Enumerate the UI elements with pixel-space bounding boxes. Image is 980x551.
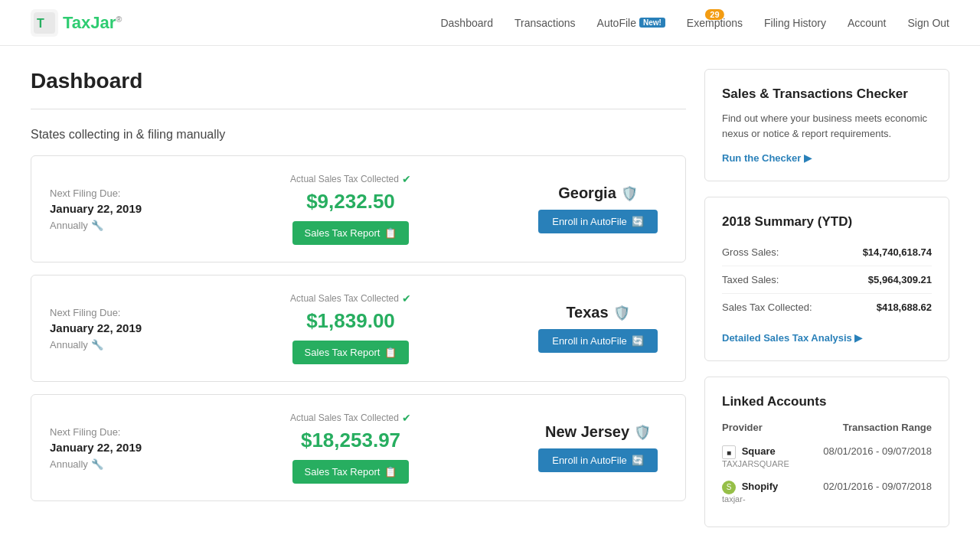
- state-name-texas: Texas 🛡️: [529, 304, 667, 321]
- provider-range-shopify: 02/01/2016 - 09/07/2018: [802, 474, 932, 510]
- card-state-texas: Texas 🛡️ Enroll in AutoFile 🔄: [529, 304, 667, 353]
- card-frequency-new-jersey: Annually 🔧: [50, 458, 172, 470]
- nav-autofile[interactable]: AutoFile: [597, 17, 636, 29]
- card-tax-georgia: Actual Sales Tax Collected ✔ $9,232.50 S…: [188, 173, 514, 245]
- autofile-btn-new-jersey[interactable]: Enroll in AutoFile 🔄: [538, 448, 658, 472]
- nav-exemptions-wrap: Exemptions 29: [687, 17, 743, 29]
- summary-card: 2018 Summary (YTD) Gross Sales: $14,740,…: [704, 197, 949, 361]
- main-content: Dashboard States collecting in & filing …: [0, 46, 980, 551]
- state-name-georgia: Georgia 🛡️: [529, 184, 667, 202]
- nav-filing-history[interactable]: Filing History: [764, 17, 826, 29]
- autofile-icon-new-jersey: 🔄: [632, 455, 644, 466]
- summary-label-2: Sales Tax Collected:: [722, 302, 812, 313]
- nav-links: Dashboard Transactions AutoFile New! Exe…: [440, 17, 949, 29]
- wrench-icon-georgia[interactable]: 🔧: [91, 220, 103, 231]
- summary-row-1: Taxed Sales: $5,964,309.21: [722, 266, 932, 294]
- divider: [31, 109, 686, 109]
- provider-name-square: Square: [742, 445, 776, 457]
- provider-cell-shopify: S Shopify taxjar-: [722, 474, 802, 510]
- square-icon: ■: [722, 445, 736, 459]
- report-btn-texas[interactable]: Sales Tax Report 📋: [292, 341, 410, 364]
- shopify-icon: S: [722, 481, 736, 494]
- nav-dashboard[interactable]: Dashboard: [440, 17, 493, 29]
- tax-label-texas: Actual Sales Tax Collected ✔: [188, 292, 514, 305]
- detailed-analysis-link[interactable]: Detailed Sales Tax Analysis ▶: [722, 332, 862, 344]
- navigation: T TaxJar® Dashboard Transactions AutoFil…: [0, 0, 980, 46]
- provider-range-square: 08/01/2016 - 09/07/2018: [802, 439, 932, 474]
- logo-text: TaxJar®: [63, 13, 122, 33]
- checker-title: Sales & Transactions Checker: [722, 86, 932, 102]
- card-tax-new-jersey: Actual Sales Tax Collected ✔ $18,253.97 …: [188, 412, 514, 484]
- checker-card: Sales & Transactions Checker Find out wh…: [704, 69, 949, 181]
- state-cards: Next Filing Due: January 22, 2019 Annual…: [31, 155, 686, 501]
- card-filing-georgia: Next Filing Due: January 22, 2019 Annual…: [50, 187, 172, 231]
- report-icon-texas: 📋: [384, 347, 397, 358]
- tax-label-new-jersey: Actual Sales Tax Collected ✔: [188, 412, 514, 424]
- state-name-new-jersey: New Jersey 🛡️: [529, 423, 667, 441]
- card-filing-new-jersey: Next Filing Due: January 22, 2019 Annual…: [50, 426, 172, 470]
- autofile-icon-georgia: 🔄: [632, 216, 644, 227]
- card-filing-texas: Next Filing Due: January 22, 2019 Annual…: [50, 307, 172, 350]
- check-icon-texas: ✔: [402, 292, 411, 305]
- filing-date-new-jersey: January 22, 2019: [50, 441, 172, 454]
- filing-due-label-texas: Next Filing Due:: [50, 307, 172, 318]
- filing-date-georgia: January 22, 2019: [50, 202, 172, 215]
- section-label: States collecting in & filing manually: [31, 128, 686, 142]
- linked-account-row-shopify: S Shopify taxjar- 02/01/2016 - 09/07/201…: [722, 474, 932, 510]
- provider-name-wrap-shopify: S Shopify: [722, 481, 802, 494]
- check-icon-new-jersey: ✔: [402, 412, 411, 424]
- col-range: Transaction Range: [802, 419, 932, 439]
- logo[interactable]: T TaxJar®: [31, 9, 122, 37]
- right-column: Sales & Transactions Checker Find out wh…: [704, 69, 949, 543]
- report-icon-new-jersey: 📋: [384, 466, 397, 478]
- checker-desc: Find out where your business meets econo…: [722, 111, 932, 141]
- provider-sub-shopify: taxjar-: [722, 494, 802, 504]
- state-card-new-jersey: Next Filing Due: January 22, 2019 Annual…: [31, 394, 686, 501]
- card-frequency-texas: Annually 🔧: [50, 339, 172, 350]
- summary-row-0: Gross Sales: $14,740,618.74: [722, 239, 932, 266]
- nav-sign-out[interactable]: Sign Out: [908, 17, 949, 29]
- summary-value-2: $418,688.62: [877, 302, 932, 313]
- shield-icon-georgia: 🛡️: [621, 185, 638, 202]
- summary-value-0: $14,740,618.74: [863, 246, 932, 258]
- linked-accounts-table: Provider Transaction Range ■ Square TAXJ…: [722, 419, 932, 510]
- state-card-georgia: Next Filing Due: January 22, 2019 Annual…: [31, 155, 686, 262]
- tax-amount-georgia: $9,232.50: [188, 190, 514, 214]
- provider-sub-square: TAXJARSQUARE: [722, 459, 802, 468]
- autofile-badge: New!: [639, 18, 665, 28]
- summary-label-0: Gross Sales:: [722, 246, 779, 258]
- page-title: Dashboard: [31, 69, 686, 93]
- check-icon-georgia: ✔: [402, 173, 411, 185]
- exemptions-badge: 29: [705, 9, 724, 20]
- card-state-georgia: Georgia 🛡️ Enroll in AutoFile 🔄: [529, 184, 667, 233]
- logo-icon: T: [31, 9, 58, 37]
- nav-autofile-wrap: AutoFile New!: [597, 17, 665, 29]
- report-btn-new-jersey[interactable]: Sales Tax Report 📋: [292, 460, 410, 484]
- shield-icon-new-jersey: 🛡️: [634, 424, 651, 441]
- filing-due-label-georgia: Next Filing Due:: [50, 187, 172, 199]
- run-checker-link[interactable]: Run the Checker ▶: [722, 152, 812, 164]
- card-tax-texas: Actual Sales Tax Collected ✔ $1,839.00 S…: [188, 292, 514, 364]
- nav-account[interactable]: Account: [848, 17, 887, 29]
- report-btn-georgia[interactable]: Sales Tax Report 📋: [292, 221, 410, 245]
- summary-value-1: $5,964,309.21: [868, 274, 932, 285]
- tax-label-georgia: Actual Sales Tax Collected ✔: [188, 173, 514, 185]
- autofile-btn-georgia[interactable]: Enroll in AutoFile 🔄: [538, 210, 658, 233]
- wrench-icon-texas[interactable]: 🔧: [91, 339, 103, 350]
- wrench-icon-new-jersey[interactable]: 🔧: [91, 458, 103, 470]
- filing-date-texas: January 22, 2019: [50, 321, 172, 334]
- left-column: Dashboard States collecting in & filing …: [31, 69, 686, 543]
- card-frequency-georgia: Annually 🔧: [50, 220, 172, 231]
- summary-link-row: Detailed Sales Tax Analysis ▶: [722, 331, 932, 344]
- state-card-texas: Next Filing Due: January 22, 2019 Annual…: [31, 275, 686, 382]
- nav-transactions[interactable]: Transactions: [514, 17, 576, 29]
- summary-title: 2018 Summary (YTD): [722, 214, 932, 230]
- shield-icon-texas: 🛡️: [613, 305, 630, 321]
- col-provider: Provider: [722, 419, 802, 439]
- autofile-btn-texas[interactable]: Enroll in AutoFile 🔄: [538, 329, 658, 353]
- report-icon-georgia: 📋: [384, 227, 397, 239]
- provider-cell-square: ■ Square TAXJARSQUARE: [722, 439, 802, 474]
- summary-rows: Gross Sales: $14,740,618.74 Taxed Sales:…: [722, 239, 932, 321]
- filing-due-label-new-jersey: Next Filing Due:: [50, 426, 172, 438]
- tax-amount-new-jersey: $18,253.97: [188, 429, 514, 452]
